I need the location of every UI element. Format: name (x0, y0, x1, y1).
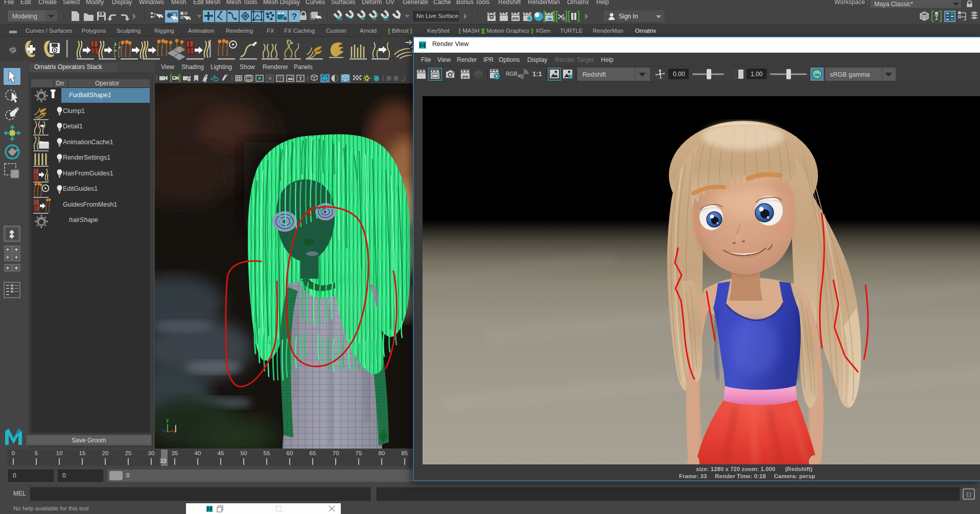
svg-text:IPR: IPR (462, 75, 469, 79)
svg-text:33: 33 (160, 458, 167, 464)
svg-text:15: 15 (79, 450, 86, 456)
svg-text:{;}: {;} (966, 491, 971, 497)
svg-text:75: 75 (356, 450, 362, 456)
svg-text:35: 35 (172, 450, 178, 456)
svg-text:80: 80 (379, 450, 385, 456)
svg-text:20: 20 (102, 450, 109, 456)
svg-text:0: 0 (12, 450, 15, 456)
svg-text:5: 5 (35, 450, 38, 456)
svg-text:sRGB gamma: sRGB gamma (830, 71, 870, 78)
svg-text:?: ? (292, 12, 297, 21)
svg-text:45: 45 (218, 450, 224, 456)
svg-text:1:1: 1:1 (532, 70, 542, 78)
svg-text:0.00: 0.00 (673, 71, 685, 78)
svg-text:1.00: 1.00 (751, 71, 763, 78)
svg-text:70: 70 (333, 450, 339, 456)
svg-text:IPR: IPR (512, 16, 519, 21)
svg-text:60: 60 (287, 450, 293, 456)
svg-text:55: 55 (264, 450, 270, 456)
svg-text:30: 30 (148, 450, 155, 456)
svg-text:RGB: RGB (506, 71, 518, 77)
svg-text:50: 50 (241, 450, 247, 456)
svg-text:Redshift: Redshift (582, 71, 606, 78)
svg-text:y: y (166, 417, 169, 423)
svg-text:40: 40 (195, 450, 201, 456)
svg-text:T: T (299, 76, 302, 81)
svg-text:10: 10 (56, 450, 63, 456)
svg-text:65: 65 (310, 450, 316, 456)
svg-text:ON: ON (814, 73, 820, 77)
svg-text:85: 85 (402, 450, 408, 456)
svg-text:25: 25 (125, 450, 132, 456)
